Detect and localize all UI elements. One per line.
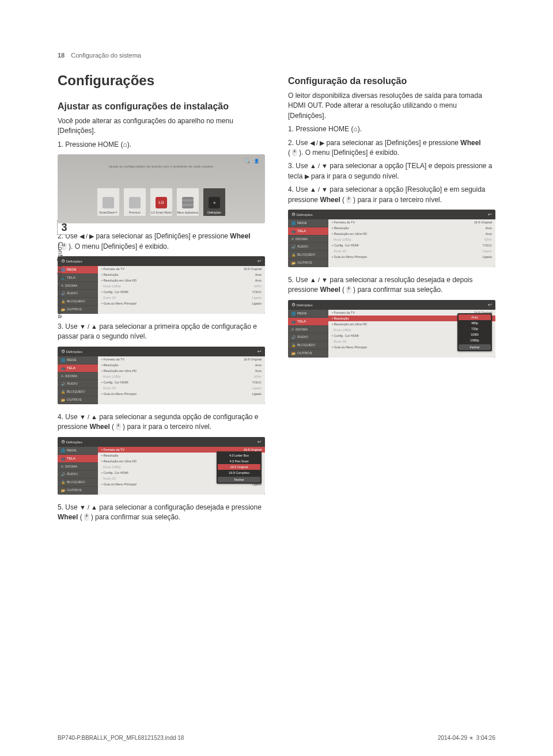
two-column-layout: Configurações Ajustar as configurações d… [58, 73, 495, 526]
sidebar-item-label: ÁUDIO [67, 291, 78, 295]
settings-sidebar: 🌐REDE 📺TELA AIDIOMA 🔊ÁUDIO 🔒BLOQUEIO 📂OU… [58, 447, 98, 495]
home-dock: SmartShare™ Premium LGLG Smart World Meu… [58, 188, 265, 216]
row-key: Resolução em Ultra HD [332, 232, 367, 235]
popup-option: 480p [459, 320, 491, 326]
step-text: para ir para o segundo nível. [309, 172, 399, 180]
intro-text: Você pode alterar as configurações do ap… [58, 116, 265, 136]
step-text: para selecionar as [Definições] e pressi… [324, 139, 460, 147]
sidebar-item: AIDIOMA [58, 373, 98, 380]
row-value: Ligado [252, 296, 262, 299]
tile-icon [129, 197, 141, 208]
row-value: 60Hz [484, 238, 492, 241]
step-text: Use [296, 276, 310, 284]
left-step-list: 1. Pressione HOME (⌂). [58, 140, 265, 150]
sidebar-item-label: BLOQUEIO [67, 299, 85, 303]
row-key: Config. Cor HDMI [101, 290, 128, 294]
step-5: 5. Use ▲ / ▼ para selecionar a resolução… [288, 275, 495, 295]
row-key: Guia do Menu Principal [101, 483, 137, 486]
step-2: 2. Use ◀ / ▶ para selecionar as [Definiç… [58, 231, 265, 252]
row-key: Formato da TV [332, 311, 355, 314]
sidebar-item: 🔊ÁUDIO [288, 333, 328, 341]
step-3: 3. Use ▲ / ▼ para selecionar a opção [TE… [288, 161, 495, 181]
page-content: 18 Configuração do sistema Configurações… [0, 0, 553, 549]
right-column: Configuração da resolução O leitor dispo… [288, 73, 495, 526]
sidebar-item: 📂OUTROS [288, 259, 328, 267]
lock-icon: 🔒 [61, 480, 65, 484]
step-text: Use [296, 162, 310, 170]
audio-icon: 🔊 [291, 335, 296, 339]
screen-icon: 📺 [291, 320, 296, 324]
row-key: Resolução [101, 273, 118, 276]
sidebar-item-label: TELA [297, 320, 306, 323]
sidebar-item: AIDIOMA [288, 235, 328, 243]
row-key: Config. Cor HDMI [101, 381, 128, 384]
back-icon: ↩ [488, 212, 492, 217]
left-step-list-4: 4. Use ▼ / ▲ para selecionar a segunda o… [58, 412, 265, 432]
home-top-icons: 🔍 👤 [244, 158, 259, 164]
settings-row-disabled: Modo 3DLigado [328, 248, 495, 254]
wheel-label: Wheel [460, 139, 480, 147]
row-key: Config. Cor HDMI [101, 471, 128, 474]
intro-text-right: O leitor disponibiliza diversas resoluçõ… [288, 91, 495, 121]
screen-icon: 📺 [61, 276, 65, 280]
sidebar-item-label: REDE [67, 268, 77, 271]
left-step-list-2: 2. Use ◀ / ▶ para selecionar as [Definiç… [58, 231, 265, 252]
up-down-arrow-icon: ▲ / ▼ [310, 276, 328, 285]
row-value: 16:9 Original [474, 221, 492, 224]
up-down-arrow-icon: ▲ / ▼ [310, 162, 328, 171]
sidebar-item-label: OUTROS [67, 307, 82, 311]
right-step-list-5: 5. Use ▲ / ▼ para selecionar a resolução… [288, 275, 495, 295]
sidebar-item-label: IDIOMA [296, 237, 308, 241]
settings-main-panel: Formato da TV16:9 Original ResoluçãoAuto… [98, 266, 265, 314]
row-key: Resolução em Ultra HD [332, 322, 367, 326]
sidebar-item-label: ÁUDIO [297, 335, 308, 339]
lock-icon: 🔒 [291, 343, 296, 347]
settings-titlebar: ⚙ Definições ↩ [58, 347, 265, 356]
home-caption: Ajuste as configurações de acordo com o … [58, 165, 265, 168]
settings-row: Config. Cor HDMIYCbCr [328, 242, 495, 248]
step-4: 4. Use ▼ / ▲ para selecionar a segunda o… [58, 412, 265, 432]
wheel-label: Wheel [89, 423, 109, 431]
step-text: (🖱️). O menu [Definições] é exibido. [288, 149, 399, 157]
step-number: 3. [58, 322, 63, 330]
row-key: Formato da TV [101, 448, 124, 451]
settings-row: ResoluçãoAuto [328, 225, 495, 231]
main-heading: Configurações [58, 73, 265, 89]
network-icon: 🌐 [61, 449, 65, 453]
tile-label: Premium [129, 211, 141, 214]
row-value: Ligado [252, 302, 262, 305]
sun-icon: ☀ [469, 735, 474, 741]
gear-icon: ⚙ [209, 197, 220, 208]
sidebar-item-label: ÁUDIO [67, 472, 78, 476]
settings-row: Resolução em Ultra HDAuto [98, 368, 265, 374]
wheel-label: Wheel [58, 513, 78, 521]
sidebar-item-label: BLOQUEIO [297, 253, 315, 256]
step-text-end: ). [127, 140, 131, 149]
settings-sidebar: 🌐REDE 📺TELA AIDIOMA 🔊ÁUDIO 🔒BLOQUEIO 📂OU… [288, 219, 328, 267]
row-value: YCbCr [252, 290, 262, 294]
sidebar-item-label: IDIOMA [296, 328, 308, 331]
sidebar-item: 🌐REDE [288, 219, 328, 227]
screen-icon: 📺 [61, 366, 65, 370]
lock-icon: 🔒 [61, 390, 65, 394]
settings-title: Definições [66, 260, 82, 263]
settings-row: Formato da TV16:9 Original [328, 219, 495, 225]
lock-icon: 🔒 [291, 253, 296, 257]
settings-main-panel: Formato da TV16:9 Original ResoluçãoAuto… [98, 447, 265, 495]
step-number: 3. [288, 162, 294, 170]
gear-icon: ⚙ [61, 439, 65, 445]
right-step-list: 1. Pressione HOME (⌂). 2. Use ◀ / ▶ para… [288, 124, 495, 205]
row-value: 60Hz [254, 284, 262, 288]
footer-timestamp: 2014-04-29 ☀ 3:04:26 [438, 735, 495, 741]
sidebar-item-label: ÁUDIO [67, 382, 78, 385]
sidebar-item: 🔒BLOQUEIO [58, 388, 98, 396]
step-1: 1. Pressione HOME (⌂). [58, 140, 265, 150]
step-number: 1. [58, 140, 63, 149]
step-text: (🖱️) para confirmar sua seleção. [78, 513, 180, 521]
language-icon: A [291, 328, 294, 331]
sidebar-item-label: OUTROS [297, 351, 312, 355]
step-text: Use [65, 322, 79, 330]
sidebar-item-label: IDIOMA [65, 465, 77, 468]
step-text: (🖱️) para ir para o terceiro nível. [110, 423, 211, 431]
sidebar-item-label: ÁUDIO [297, 245, 308, 248]
